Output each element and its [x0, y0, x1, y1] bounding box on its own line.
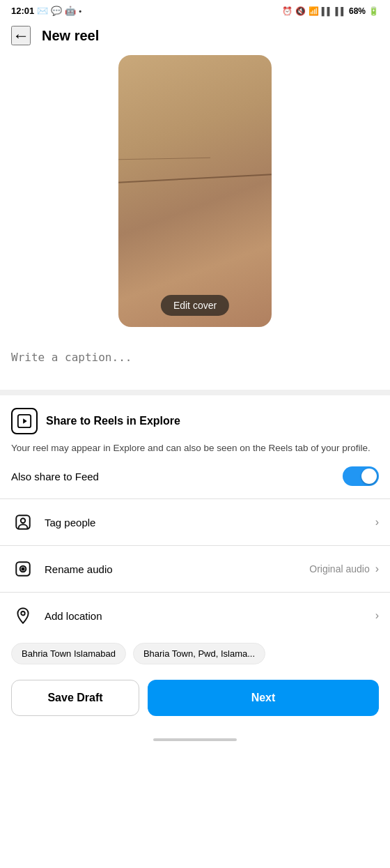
options-list: Tag people › Rename audio Original audio… [0, 499, 390, 639]
rename-audio-value: Original audio [309, 563, 369, 574]
page-header: ← New reel [0, 19, 390, 55]
reels-icon [11, 408, 38, 434]
location-chips: Bahria Town Islamabad Bharia Town, Pwd, … [0, 639, 390, 673]
tag-people-icon [11, 510, 35, 534]
svg-marker-1 [23, 418, 27, 423]
share-feed-label: Also share to Feed [11, 471, 99, 482]
svg-point-3 [21, 519, 26, 524]
status-bar: 12:01 ✉️ 💬 🤖 • ⏰ 🔇 📶 ▌▌ ▌▌ 68% 🔋 [0, 0, 390, 19]
section-divider [0, 390, 390, 395]
share-feed-row: Also share to Feed [11, 466, 379, 489]
save-draft-button[interactable]: Save Draft [11, 680, 139, 716]
status-time: 12:01 ✉️ 💬 🤖 • [11, 6, 81, 16]
svg-point-7 [21, 611, 24, 615]
caption-input[interactable] [0, 341, 390, 387]
tag-people-label: Tag people [45, 517, 95, 528]
rename-audio-icon [11, 557, 35, 581]
cover-section: Edit cover [0, 55, 390, 341]
edit-cover-button[interactable]: Edit cover [161, 295, 229, 316]
toggle-knob [361, 469, 377, 484]
back-button[interactable]: ← [11, 26, 31, 45]
add-location-row[interactable]: Add location › [0, 593, 390, 639]
share-section: Share to Reels in Explore Your reel may … [0, 395, 390, 498]
rename-audio-chevron: › [375, 563, 379, 575]
tag-people-row[interactable]: Tag people › [0, 499, 390, 545]
status-icons: ⏰ 🔇 📶 ▌▌ ▌▌ 68% 🔋 [282, 6, 379, 16]
location-chip-1[interactable]: Bharia Town, Pwd, Islama... [133, 643, 265, 664]
page-title: New reel [42, 28, 99, 44]
home-indicator [0, 726, 390, 747]
add-location-label: Add location [45, 610, 102, 622]
share-description: Your reel may appear in Explore and can … [11, 441, 379, 455]
tag-people-chevron: › [375, 516, 379, 528]
share-header: Share to Reels in Explore [11, 408, 379, 434]
add-location-icon [11, 604, 35, 627]
rename-audio-label: Rename audio [45, 563, 113, 575]
cover-image [118, 55, 272, 327]
svg-point-6 [22, 568, 24, 570]
add-location-chevron: › [375, 609, 379, 622]
location-chip-0[interactable]: Bahria Town Islamabad [11, 643, 126, 664]
rename-audio-row[interactable]: Rename audio Original audio › [0, 546, 390, 592]
home-bar [153, 738, 237, 741]
next-button[interactable]: Next [148, 680, 379, 716]
cover-wrapper: Edit cover [118, 55, 272, 327]
bottom-bar: Save Draft Next [0, 673, 390, 726]
share-title: Share to Reels in Explore [46, 415, 180, 427]
share-feed-toggle[interactable] [343, 466, 379, 486]
